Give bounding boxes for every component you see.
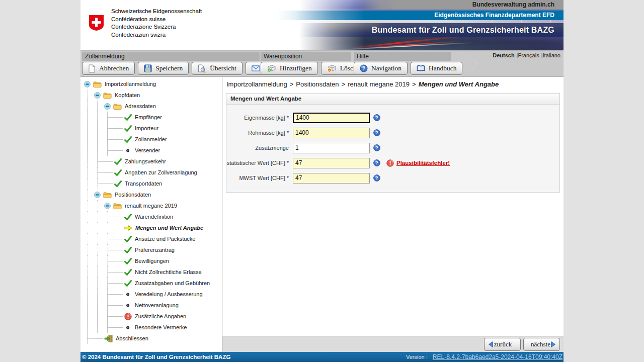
tree-guide-line xyxy=(87,156,88,167)
tree-guide-line xyxy=(87,123,88,134)
tree-guide-line xyxy=(97,222,98,233)
zusatzmenge-input[interactable] xyxy=(293,143,370,153)
error-icon xyxy=(386,159,394,167)
tree-item[interactable]: Warendefinition xyxy=(80,211,222,222)
navigation-button[interactable]: ?Navigation xyxy=(354,62,408,75)
add-button[interactable]: Hinzufügen xyxy=(261,62,318,75)
help-icon[interactable]: ? xyxy=(373,114,380,121)
tree-item[interactable]: Transportdaten xyxy=(80,178,222,189)
tree-item-label: renault megane 2019 xyxy=(125,203,177,209)
navigation-tree: ImportzollanmeldungKopfdatenAdressdatenE… xyxy=(80,77,222,352)
check-icon xyxy=(114,158,122,165)
tree-item-label: Nettoveranlagung xyxy=(135,302,179,308)
overview-magnifier-icon xyxy=(198,64,206,73)
breadcrumb-separator: > xyxy=(342,80,346,88)
back-button[interactable]: zurück xyxy=(484,338,521,351)
tree-guide-line xyxy=(87,145,88,156)
tree-guide-line xyxy=(108,128,123,129)
tree-item[interactable]: Veredelung / Ausbesserung xyxy=(80,289,222,300)
rohmasse-input[interactable] xyxy=(293,128,370,138)
tree-item[interactable]: Bewilligungen xyxy=(80,255,222,266)
help-icon[interactable]: ? xyxy=(373,129,380,136)
tree-guide-line xyxy=(97,289,98,300)
language-deutsch[interactable]: Deutsch xyxy=(493,52,514,58)
tree-item[interactable]: Importzollanmeldung xyxy=(80,78,222,89)
tree-guide-line xyxy=(87,134,88,145)
tree-item[interactable]: Nettoveranlagung xyxy=(80,300,222,311)
tree-item[interactable]: Nicht Zollrechtliche Erlasse xyxy=(80,266,222,278)
tree-item-label: Kopfdaten xyxy=(115,92,140,98)
tree-item[interactable]: Positionsdaten xyxy=(80,189,222,200)
tree-item[interactable]: Importeur xyxy=(80,123,222,134)
minus-circle-icon[interactable] xyxy=(94,92,101,99)
tree-item[interactable]: Adressdaten xyxy=(80,101,222,112)
tree-guide-line xyxy=(108,139,123,140)
tree-item[interactable]: Abschliessen xyxy=(80,333,222,344)
mwst-wert-input[interactable] xyxy=(293,173,370,184)
office-title-band: Bundesamt für Zoll und Grenzsicherheit B… xyxy=(299,23,564,37)
next-button[interactable]: nächste xyxy=(523,338,560,351)
language-italiano[interactable]: Italiano xyxy=(543,52,560,58)
breadcrumb-item[interactable]: Importzollanmeldung xyxy=(226,80,287,88)
svg-text:?: ? xyxy=(375,130,378,135)
tree-guide-line xyxy=(108,327,123,328)
tree-item[interactable]: Zahlungsverkehr xyxy=(80,156,222,167)
folder-icon xyxy=(113,103,122,110)
handbook-button[interactable]: Handbuch xyxy=(411,62,462,75)
breadcrumb-item[interactable]: renault megane 2019 xyxy=(348,80,410,88)
tree-item[interactable]: renault megane 2019 xyxy=(80,200,222,211)
tree-item[interactable]: Ansätze und Packstücke xyxy=(80,233,222,244)
tree-item[interactable]: Empfänger xyxy=(80,112,222,123)
button-label: Abbrechen xyxy=(99,64,129,72)
tree-item[interactable]: Präferenzantrag xyxy=(80,244,222,255)
tree-guide-line xyxy=(87,211,88,222)
svg-text:?: ? xyxy=(375,160,378,165)
admin-bar-label[interactable]: Bundesverwaltung admin.ch xyxy=(472,1,554,8)
tree-guide-line xyxy=(98,184,113,184)
minus-circle-icon[interactable] xyxy=(94,192,101,198)
minus-circle-icon[interactable] xyxy=(84,81,91,87)
eigenmasse-label: Eigenmasse [kg] * xyxy=(226,115,289,121)
tree-guide-line xyxy=(87,278,88,289)
button-label: Handbuch xyxy=(429,64,456,72)
eigenmasse-input[interactable] xyxy=(293,113,370,123)
overview-button[interactable]: Übersicht xyxy=(192,62,242,75)
logo-line: Confederaziun svizra xyxy=(111,31,202,39)
tree-guide-line xyxy=(108,283,123,284)
tree-item[interactable]: Zusatzabgaben und Gebühren xyxy=(80,278,222,289)
button-label: Navigation xyxy=(371,64,401,72)
cancel-button[interactable]: Abbrechen xyxy=(82,62,135,75)
tree-item[interactable]: Zusätzliche Angaben xyxy=(80,311,222,322)
tree-item[interactable]: Mengen und Wert Angabe xyxy=(80,222,222,233)
minus-circle-icon[interactable] xyxy=(104,103,111,110)
tree-item-label: Mengen und Wert Angabe xyxy=(135,225,203,231)
tree-guide-line xyxy=(97,101,98,112)
plausibility-error-link[interactable]: Plausibilitätsfehler! xyxy=(396,160,450,166)
department-label[interactable]: Eidgenössisches Finanzdepartement EFD xyxy=(434,12,554,19)
statistischer-wert-input[interactable] xyxy=(293,158,370,168)
minus-circle-icon[interactable] xyxy=(104,203,111,209)
version-link[interactable]: REL-8.4.2-7bab6aed2a5-2024-04-16T09:40:4… xyxy=(433,353,562,360)
save-button[interactable]: Speichern xyxy=(138,62,189,75)
save-floppy-icon xyxy=(144,64,152,72)
tree-guide-line xyxy=(87,255,88,266)
tree-guide-line xyxy=(108,150,123,151)
tree-item[interactable]: Versender xyxy=(80,145,222,156)
tree-guide-line xyxy=(87,101,88,112)
tree-guide-line xyxy=(108,228,123,228)
tree-item[interactable]: Angaben zur Zollveranlagung xyxy=(80,167,222,178)
tree-item[interactable]: Zollanmelder xyxy=(80,134,222,145)
tree-guide-line xyxy=(97,311,98,322)
breadcrumb-item[interactable]: Positionsdaten xyxy=(296,80,339,88)
help-icon[interactable]: ? xyxy=(373,159,380,166)
bullet-icon xyxy=(124,324,132,331)
tree-item-label: Empfänger xyxy=(135,114,162,120)
tree-guide-line xyxy=(87,233,88,244)
tree-item[interactable]: Kopfdaten xyxy=(80,89,222,101)
language-français[interactable]: Français xyxy=(518,52,539,58)
help-icon[interactable]: ? xyxy=(373,144,380,151)
toolbar-group: Hilfe?NavigationHandbuch xyxy=(354,52,451,75)
handbook-book-icon xyxy=(417,65,425,72)
tree-item[interactable]: Besondere Vermerke xyxy=(80,322,222,333)
help-icon[interactable]: ? xyxy=(373,174,380,182)
